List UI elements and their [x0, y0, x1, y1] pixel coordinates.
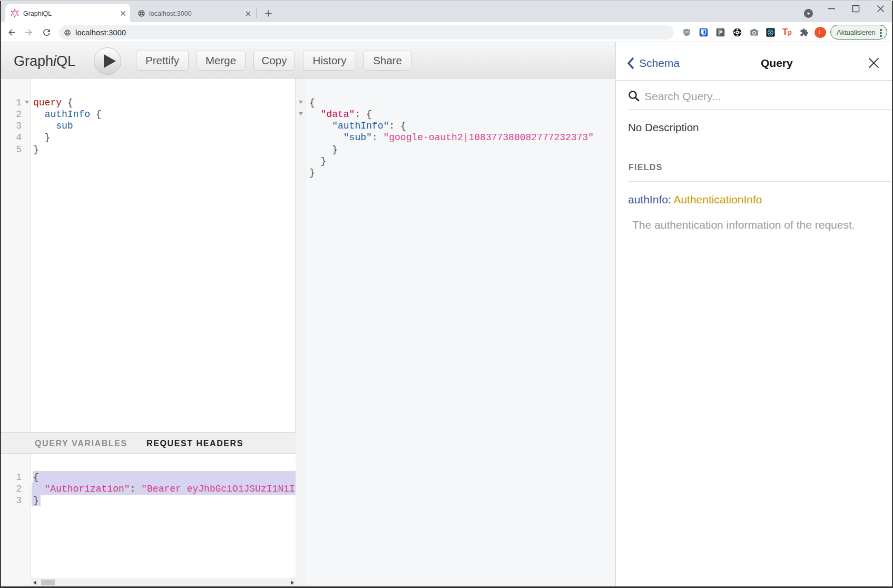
svg-text:UO: UO [684, 31, 689, 34]
svg-text:P: P [720, 30, 722, 35]
